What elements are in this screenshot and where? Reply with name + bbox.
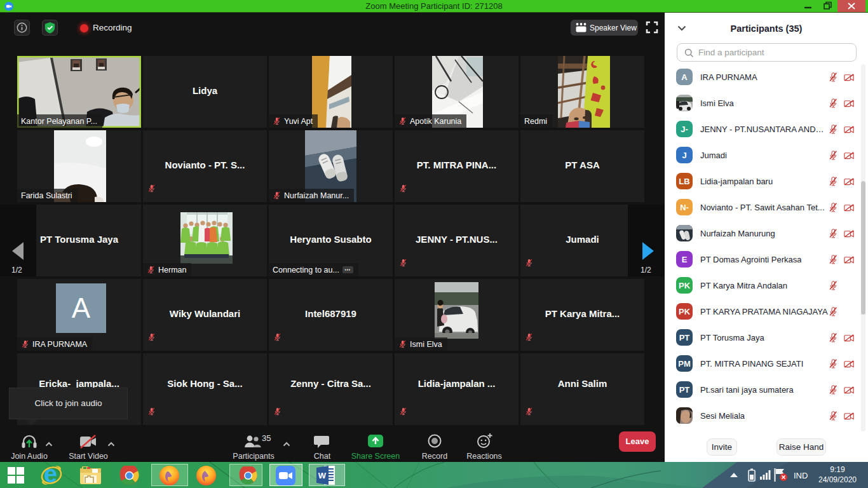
svg-text:W: W <box>318 471 327 480</box>
